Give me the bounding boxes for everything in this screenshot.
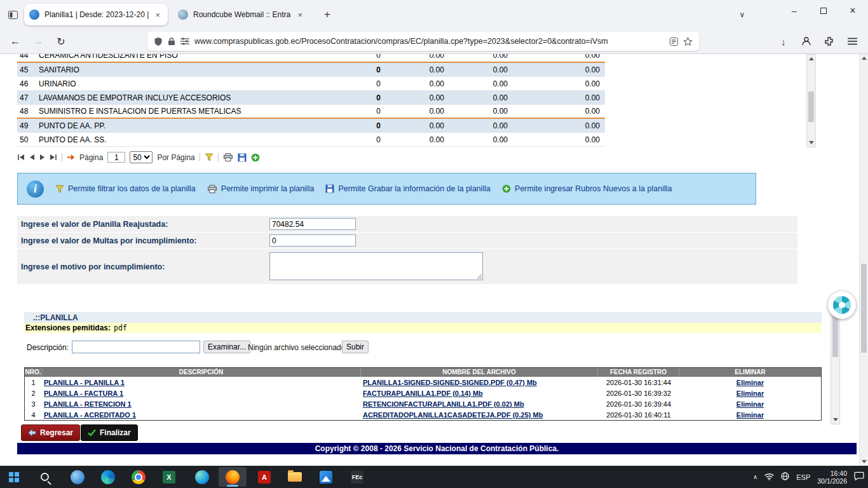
- multas-input[interactable]: [269, 234, 356, 247]
- panel-scrollbar[interactable]: [831, 302, 840, 424]
- permissions-sliders-icon[interactable]: [180, 37, 189, 45]
- tab-roundcube[interactable]: Roundcube Webmail :: Entrada ×: [173, 4, 310, 25]
- table-row[interactable]: 49 PUNTO DE AA. PP. 0 0.00 0.00 0.00: [17, 119, 605, 133]
- regresar-button[interactable]: Regresar: [21, 424, 80, 441]
- scroll-thumb[interactable]: [861, 264, 867, 353]
- next-page-icon[interactable]: [39, 154, 45, 161]
- hidden-icons-chevron[interactable]: ∧: [753, 473, 757, 480]
- table-scrollbar[interactable]: [806, 54, 816, 147]
- file-name-link[interactable]: FACTURAPLANILLA1.PDF (0.14) Mb: [363, 390, 483, 397]
- list-tabs-chevron-icon[interactable]: ∨: [735, 7, 750, 22]
- eliminar-link[interactable]: Eliminar: [736, 379, 764, 386]
- table-row[interactable]: 47 LAVAMANOS DE EMPOTRAR INCLUYE ACCESOR…: [17, 91, 605, 105]
- taskbar-edge[interactable]: [94, 466, 122, 488]
- firefox-view-button[interactable]: [5, 7, 20, 22]
- account-icon[interactable]: [797, 32, 816, 51]
- bookmark-star-icon[interactable]: [683, 37, 693, 46]
- page-scrollbar[interactable]: [859, 54, 868, 466]
- finalizar-button[interactable]: Finalizar: [81, 424, 138, 441]
- downloads-button[interactable]: ↓: [774, 32, 793, 51]
- clock[interactable]: 16:40 30/1/2026: [817, 470, 847, 485]
- start-button[interactable]: [0, 466, 28, 488]
- back-button[interactable]: ←: [6, 32, 25, 51]
- file-description-link[interactable]: PLANILLA - RETENCION 1: [44, 400, 132, 408]
- motivo-textarea[interactable]: [269, 252, 483, 280]
- per-page-select[interactable]: 50: [130, 151, 153, 163]
- scroll-down-icon[interactable]: [807, 139, 815, 147]
- file-description-link[interactable]: PLANILLA - ACREDITADO 1: [44, 411, 136, 419]
- taskbar-fec-app[interactable]: FEc: [343, 466, 371, 488]
- language-indicator[interactable]: ESP: [796, 473, 810, 481]
- window-minimize-button[interactable]: –: [780, 0, 809, 22]
- scroll-up-icon[interactable]: [807, 55, 815, 63]
- page-number-input[interactable]: [107, 152, 125, 163]
- taskbar-excel[interactable]: X: [155, 466, 183, 488]
- taskbar-firefox-active[interactable]: [219, 467, 247, 487]
- table-row[interactable]: 44 CERAMICA ANTIDESLIZANTE EN PISO 0 0.0…: [17, 54, 605, 63]
- subir-button[interactable]: Subir: [342, 341, 369, 353]
- per-page-label: Por Página: [157, 153, 194, 162]
- capture-widget[interactable]: [828, 291, 856, 319]
- scroll-down-icon[interactable]: [860, 458, 868, 466]
- eliminar-link[interactable]: Eliminar: [736, 400, 764, 408]
- examinar-button[interactable]: Examinar...: [203, 341, 250, 353]
- window-close-button[interactable]: ×: [838, 0, 867, 22]
- extensions-value: pdf: [114, 323, 127, 332]
- network-globe-icon[interactable]: [781, 471, 789, 483]
- close-tab-icon[interactable]: ×: [295, 10, 305, 20]
- reajustada-input[interactable]: [269, 218, 356, 230]
- lock-icon[interactable]: [168, 37, 175, 46]
- scroll-up-icon[interactable]: [860, 54, 868, 62]
- scroll-thumb[interactable]: [832, 313, 838, 357]
- table-row[interactable]: 45 SANITARIO 0 0.00 0.00 0.00: [17, 63, 605, 77]
- reader-mode-icon[interactable]: [670, 37, 678, 46]
- scroll-thumb[interactable]: [808, 92, 814, 122]
- taskbar-chrome[interactable]: [125, 466, 153, 488]
- file-name-link[interactable]: RETENCIONFACTURAPLANILLA1.PDF (0.02) Mb: [363, 400, 524, 408]
- table-row[interactable]: 50 PUNTO DE AA. SS. 0 0.00 0.00 0.00: [17, 133, 605, 147]
- save-icon[interactable]: [238, 153, 247, 162]
- extensions-icon[interactable]: [820, 32, 839, 51]
- window-maximize-button[interactable]: [809, 0, 838, 22]
- first-page-icon[interactable]: [17, 154, 25, 161]
- eliminar-link[interactable]: Eliminar: [736, 411, 764, 419]
- rubro-value-3: 0.00: [513, 121, 605, 130]
- descripcion-input[interactable]: [72, 341, 200, 353]
- taskbar-photos[interactable]: [312, 466, 340, 488]
- eliminar-link[interactable]: Eliminar: [736, 390, 764, 397]
- file-description-link[interactable]: PLANILLA - FACTURA 1: [44, 390, 123, 397]
- taskbar-file-explorer[interactable]: [281, 466, 309, 488]
- taskbar-mail-app[interactable]: [64, 466, 92, 488]
- globe-browser-icon: [195, 470, 209, 484]
- taskbar-acrobat[interactable]: A: [250, 466, 278, 488]
- last-page-icon[interactable]: [50, 154, 57, 161]
- reload-button[interactable]: ↻: [51, 32, 71, 51]
- file-name-link[interactable]: ACREDITADOPLANILLA1CASADETEJA.PDF (0.25)…: [363, 411, 543, 419]
- file-date: 2026-01-30 16:40:11: [598, 411, 679, 419]
- header-descripcion: DESCRIPCIÓN: [42, 368, 361, 377]
- filter-icon[interactable]: [205, 153, 214, 161]
- tab-planilla[interactable]: Planilla1 | Desde: 2023-12-20 | H ×: [24, 4, 168, 25]
- file-description-link[interactable]: PLANILLA - PLANILLA 1: [44, 379, 125, 386]
- print-icon[interactable]: [223, 153, 233, 161]
- url-text[interactable]: www.compraspublicas.gob.ec/ProcesoContra…: [194, 37, 665, 46]
- file-nro: 1: [25, 379, 42, 386]
- table-row[interactable]: 48 SUMINISTRO E INSTALACION DE PUERTAS M…: [17, 105, 605, 119]
- shield-icon[interactable]: [154, 37, 163, 46]
- file-nro: 3: [25, 400, 42, 408]
- new-tab-button[interactable]: +: [319, 6, 336, 23]
- previous-page-icon[interactable]: [29, 154, 35, 161]
- taskbar-browser-alt[interactable]: [188, 466, 216, 488]
- close-tab-icon[interactable]: ×: [153, 10, 163, 20]
- wifi-icon[interactable]: [764, 471, 774, 483]
- forward-button[interactable]: →: [29, 32, 48, 51]
- address-bar[interactable]: www.compraspublicas.gob.ec/ProcesoContra…: [147, 32, 699, 51]
- menu-hamburger-icon[interactable]: [843, 32, 862, 51]
- add-rubro-icon[interactable]: [251, 153, 260, 162]
- table-row[interactable]: 46 URINARIO 0 0.00 0.00 0.00: [17, 77, 605, 91]
- upload-panel: .::PLANILLA Extensiones pemitidas: pdf D…: [24, 312, 822, 421]
- scroll-down-icon[interactable]: [831, 416, 839, 424]
- notifications-icon[interactable]: [854, 471, 864, 483]
- file-name-link[interactable]: PLANILLA1-SIGNED-SIGNED-SIGNED.PDF (0.47…: [363, 379, 537, 386]
- taskbar-search-button[interactable]: [31, 466, 58, 488]
